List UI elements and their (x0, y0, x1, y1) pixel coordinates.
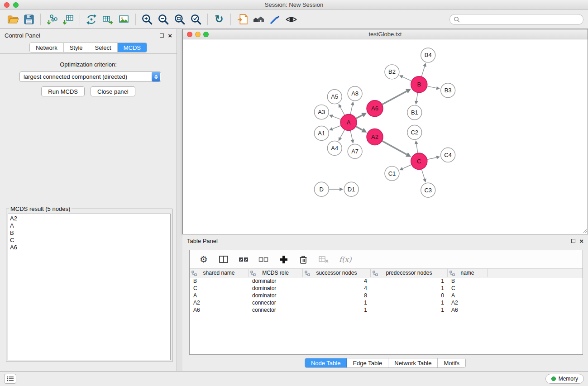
edge-B-B1[interactable] (416, 92, 418, 101)
import-table-file-icon[interactable] (60, 12, 76, 27)
column-edit-icon (191, 271, 197, 276)
window-title: Session: New Session (0, 1, 588, 8)
refresh-view-icon[interactable]: ↻ (211, 12, 227, 27)
float-table-panel-icon[interactable] (571, 239, 575, 243)
tab-select[interactable]: Select (89, 43, 118, 52)
edge-B-B2[interactable] (402, 77, 411, 81)
edge-A-A8[interactable] (350, 105, 353, 114)
save-session-icon[interactable] (21, 12, 37, 27)
export-table-icon[interactable] (100, 12, 116, 27)
table-cell: 1 (371, 278, 448, 284)
edge-C-C3[interactable] (421, 169, 425, 179)
tab-network[interactable]: Network (30, 43, 64, 52)
graph-node-label-D1: D1 (348, 186, 355, 193)
zoom-in-icon[interactable] (139, 12, 155, 27)
table-cell: A (448, 292, 488, 299)
column-header-name[interactable]: name (448, 269, 488, 277)
memory-button[interactable]: Memory (545, 374, 584, 384)
table-cell: C (448, 285, 488, 291)
close-panel-button[interactable]: Close panel (91, 86, 135, 96)
function-builder-icon[interactable]: f(x) (339, 254, 351, 265)
mcds-result-item[interactable]: B (10, 229, 168, 237)
edge-C-C1[interactable] (403, 165, 412, 169)
mcds-result-list[interactable]: A2ABCA6 (8, 214, 171, 360)
run-mcds-button[interactable]: Run MCDS (41, 86, 85, 96)
zoom-fit-icon[interactable] (172, 12, 188, 27)
edge-C-C2[interactable] (416, 144, 418, 153)
edge-B-B3[interactable] (427, 86, 436, 88)
network-window-titlebar[interactable]: testGlobe.txt (183, 29, 588, 39)
search-box[interactable] (449, 14, 583, 25)
edge-A-A6[interactable] (356, 115, 363, 119)
column-header-successor-nodes[interactable]: successor nodes (303, 269, 371, 277)
edge-A2-C[interactable] (382, 141, 407, 154)
deselect-all-rows-icon[interactable] (258, 254, 268, 265)
search-input[interactable] (462, 16, 579, 23)
network-arrows-icon[interactable] (83, 12, 100, 27)
task-history-button[interactable] (4, 374, 16, 384)
mcds-result-item[interactable]: A (10, 222, 168, 229)
column-header-shared-name[interactable]: shared name (190, 269, 249, 277)
column-edit-icon (305, 271, 310, 276)
optimization-dropdown[interactable]: largest connected component (directed) (19, 71, 161, 82)
mcds-result-item[interactable]: C (10, 237, 168, 244)
column-header-MCDS-role[interactable]: MCDS role (249, 269, 303, 277)
delete-table-icon[interactable] (318, 254, 329, 265)
import-network-file-icon[interactable] (44, 12, 60, 27)
table-cell: 4 (303, 278, 371, 284)
table-tab-motifs[interactable]: Motifs (438, 358, 465, 367)
export-image-icon[interactable] (116, 12, 132, 27)
table-row[interactable]: A6connector11A6 (190, 306, 583, 314)
table-cell: 8 (303, 292, 371, 299)
table-cell: 1 (303, 300, 371, 306)
zoom-out-icon[interactable] (155, 12, 172, 27)
show-hide-icon[interactable] (283, 12, 299, 27)
edge-A-A5[interactable] (340, 107, 345, 115)
select-all-rows-icon[interactable] (239, 254, 249, 265)
apply-style-icon[interactable] (267, 12, 283, 27)
close-panel-icon[interactable]: × (168, 32, 172, 39)
dropdown-stepper-icon (152, 72, 160, 81)
table-row[interactable]: Bdominator41B (190, 277, 583, 285)
column-selector-icon[interactable] (219, 254, 229, 265)
mcds-result-item[interactable]: A6 (10, 244, 168, 251)
edge-arrow-icon (423, 63, 426, 67)
network-graph[interactable]: B4B2BB3A5A8A6B1A3AA1C2A2A4A7C4CC1C3DD1 (183, 40, 588, 234)
open-recent-icon[interactable] (234, 12, 250, 27)
zoom-selected-icon[interactable] (188, 12, 204, 27)
add-row-icon[interactable] (278, 254, 288, 265)
edge-B-B4[interactable] (421, 67, 425, 77)
network-canvas[interactable]: B4B2BB3A5A8A6B1A3AA1C2A2A4A7C4CC1C3DD1 (183, 40, 588, 234)
tab-style[interactable]: Style (64, 43, 89, 52)
table-row[interactable]: Cdominator41C (190, 285, 583, 292)
table-row[interactable]: A2connector11A2 (190, 299, 583, 306)
edge-A-A2[interactable] (356, 126, 363, 130)
edge-A-A1[interactable] (332, 125, 341, 129)
table-tab-edge-table[interactable]: Edge Table (347, 358, 388, 367)
edge-A-A4[interactable] (340, 129, 345, 138)
table-tab-network-table[interactable]: Network Table (388, 358, 438, 367)
edge-A-A7[interactable] (350, 130, 353, 140)
table-body: Bdominator41BCdominator41CAdominator80AA… (190, 277, 583, 314)
table-settings-gear-icon[interactable]: ⚙ (199, 254, 209, 265)
home-networks-icon[interactable] (250, 12, 267, 27)
toolbar-separator (80, 14, 80, 25)
mcds-result-item[interactable]: A2 (10, 215, 168, 222)
table-tab-node-table[interactable]: Node Table (305, 358, 347, 367)
column-header-predecessor-nodes[interactable]: predecessor nodes (371, 269, 448, 277)
close-table-panel-icon[interactable]: × (579, 238, 583, 244)
delete-row-trash-icon[interactable] (298, 254, 308, 265)
float-panel-icon[interactable] (160, 33, 164, 38)
tab-mcds[interactable]: MCDS (118, 43, 147, 52)
edge-A6-B[interactable] (382, 91, 407, 105)
graph-node-label-D: D (320, 186, 324, 193)
edge-A-A3[interactable] (333, 116, 341, 119)
open-folder-icon[interactable] (5, 12, 21, 27)
table-cell: 1 (371, 285, 448, 291)
table-row[interactable]: Adominator80A (190, 292, 583, 299)
edge-C-C4[interactable] (427, 157, 436, 160)
resize-handle-icon[interactable] (582, 228, 587, 234)
control-panel-title: Control Panel (5, 32, 40, 39)
graph-node-label-A8: A8 (351, 90, 359, 97)
graph-node-label-A: A (347, 119, 351, 126)
